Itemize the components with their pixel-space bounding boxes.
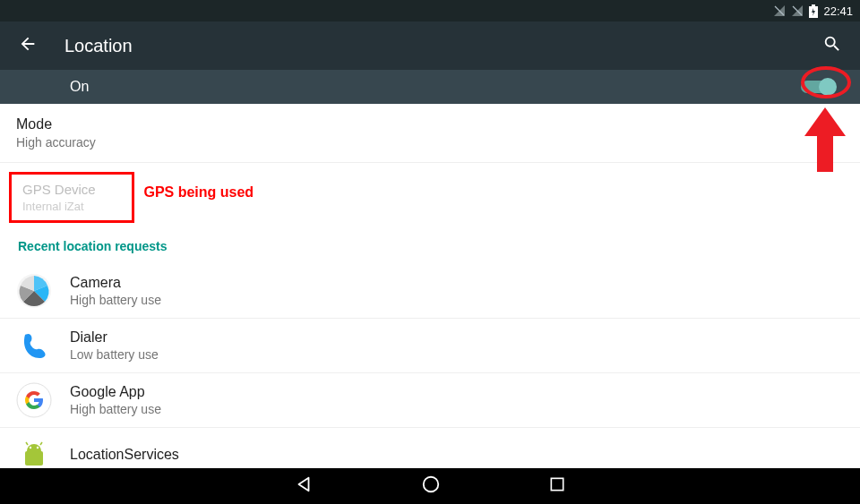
nav-overview-icon[interactable] [548,475,566,497]
mode-item[interactable]: Mode High accuracy [0,104,860,163]
location-switch[interactable] [801,81,833,93]
nav-bar [0,468,860,504]
search-icon[interactable] [822,34,842,57]
svg-line-10 [40,442,42,445]
svg-line-9 [26,442,28,445]
svg-point-8 [37,447,39,448]
svg-rect-6 [25,451,43,466]
app-row-camera[interactable]: Camera High battery use [0,264,860,319]
app-name: Camera [70,275,161,291]
app-row-google[interactable]: Google App High battery use [0,373,860,428]
google-icon [16,382,52,418]
gps-subtitle: Internal iZat [22,200,121,213]
dialer-icon [16,328,52,363]
svg-point-11 [424,477,439,492]
nav-home-icon[interactable] [421,474,441,498]
battery-charging-icon [809,4,818,18]
app-usage: High battery use [70,293,161,307]
annotation-gps: GPS being used [143,184,254,201]
app-name: LocationServices [70,447,179,463]
gps-device-item[interactable]: GPS Device Internal iZat [9,172,134,223]
svg-point-7 [30,447,31,448]
svg-rect-3 [812,4,815,6]
signal-icon-2 [791,4,804,17]
app-name: Google App [70,384,161,400]
app-bar: Location [0,21,860,70]
app-usage: High battery use [70,402,161,416]
location-toggle-row[interactable]: On [0,70,860,104]
app-row-dialer[interactable]: Dialer Low battery use [0,319,860,373]
status-time: 22:41 [823,4,853,18]
status-bar: 22:41 [0,0,860,21]
toggle-label: On [70,79,801,95]
nav-back-icon[interactable] [294,474,314,498]
recent-requests-header: Recent location requests [0,235,860,264]
signal-icon [773,4,786,17]
svg-rect-12 [551,478,563,490]
app-usage: Low battery use [70,347,159,362]
mode-title: Mode [16,116,844,132]
gps-title: GPS Device [22,182,121,197]
app-name: Dialer [70,329,159,346]
mode-subtitle: High accuracy [16,135,844,149]
back-icon[interactable] [18,34,38,57]
page-title: Location [64,36,796,56]
android-icon [16,437,52,473]
camera-icon [16,273,52,309]
